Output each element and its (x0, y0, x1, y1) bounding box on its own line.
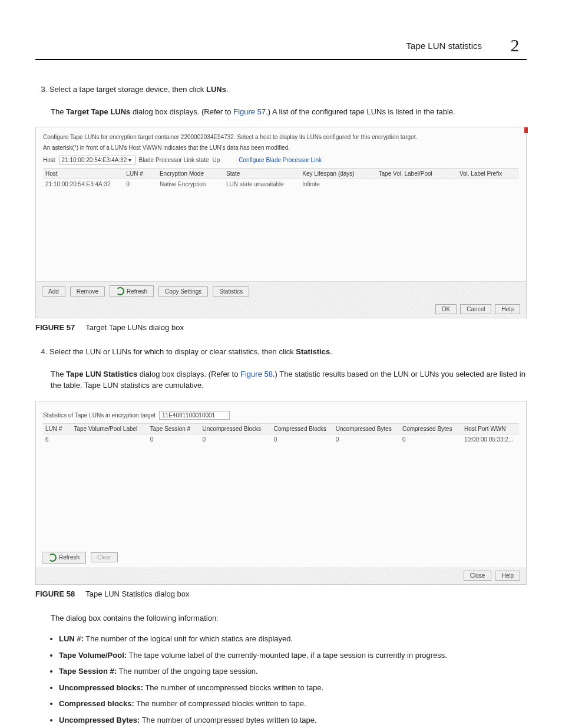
fig57-table: Host LUN # Encryption Mode State Key Lif… (43, 168, 519, 275)
cancel-button[interactable]: Cancel (460, 304, 491, 314)
close-button[interactable]: Close (464, 571, 492, 581)
bp-state-value: Up (213, 157, 220, 163)
col58-cbytes[interactable]: Compressed Bytes (400, 423, 462, 434)
col-encmode[interactable]: Encryption Mode (157, 169, 224, 179)
col-prefix[interactable]: Vol. Label Prefix (457, 169, 519, 179)
header-rule (35, 59, 527, 60)
host-dropdown[interactable]: 21:10:00:20:54:E3:4A:32 ▾ (59, 156, 135, 164)
step3-sub: The Target Tape LUNs dialog box displays… (51, 106, 527, 118)
bp-state-label: Blade Processor Link state (139, 157, 209, 163)
ok-button[interactable]: OK (435, 304, 457, 314)
fig58-table: LUN # Tape Volume/Pool Label Tape Sessio… (43, 423, 519, 542)
col58-ublocks[interactable]: Uncompressed Blocks (200, 423, 272, 434)
add-button[interactable]: Add (42, 286, 65, 297)
refresh-button[interactable]: Refresh (110, 285, 154, 297)
col-lun[interactable]: LUN # (124, 169, 157, 179)
fig58-hint-label: Statistics of Tape LUNs in encryption ta… (43, 412, 156, 419)
bullet-tapevol: Tape Volume/Pool: The tape volume label … (59, 650, 527, 661)
col58-lun[interactable]: LUN # (43, 423, 71, 434)
refresh-icon (116, 287, 124, 295)
bullet-cblocks: Compressed blocks: The number of compres… (59, 698, 527, 710)
step4-sub: The Tape LUN Statistics dialog box displ… (51, 368, 527, 391)
col58-vol[interactable]: Tape Volume/Pool Label (71, 423, 147, 434)
figure-57-screenshot: Configure Tape LUNs for encryption targe… (35, 127, 527, 318)
refresh-icon (48, 554, 57, 562)
copy-settings-button[interactable]: Copy Settings (158, 286, 208, 297)
help-button[interactable]: Help (495, 304, 520, 314)
col-host[interactable]: Host (43, 169, 124, 179)
configure-bp-link[interactable]: Configure Blade Processor Link (239, 157, 322, 163)
figure-58-link[interactable]: Figure 58 (240, 370, 273, 378)
bullet-ublocks: Uncompressed blocks: The number of uncom… (59, 682, 527, 694)
refresh-button[interactable]: Refresh (42, 552, 86, 564)
col58-sess[interactable]: Tape Session # (148, 423, 200, 434)
col58-cblocks[interactable]: Compressed Blocks (272, 423, 333, 434)
col58-wwn[interactable]: Host Port WWN (462, 423, 519, 434)
figure-58-screenshot: Statistics of Tape LUNs in encryption ta… (35, 401, 527, 585)
figure-57-link[interactable]: Figure 57 (233, 107, 266, 116)
col-state[interactable]: State (224, 169, 300, 179)
chapter-number: 2 (503, 35, 527, 55)
figure-57-caption: FIGURE 57Target Tape LUNs dialog box (35, 323, 527, 332)
figure-58-caption: FIGURE 58Tape LUN Statistics dialog box (35, 589, 527, 598)
clear-button[interactable]: Clear (91, 552, 118, 562)
scrollbar-stub (524, 127, 528, 133)
step3-text: Select a tape target storage device, the… (49, 85, 206, 94)
page-header-title: Tape LUN statistics (406, 41, 482, 51)
step-3: Select a tape target storage device, the… (49, 84, 527, 95)
chevron-down-icon: ▾ (128, 157, 131, 163)
desc-intro: The dialog box contains the following in… (51, 612, 527, 624)
col-keylife[interactable]: Key Lifespan (days) (300, 169, 376, 179)
fig57-hint1: Configure Tape LUNs for encryption targe… (43, 133, 519, 141)
step3-bold: LUNs (206, 85, 226, 94)
bullet-ubytes: Uncompressed Bytes: The number of uncomp… (59, 714, 527, 726)
bullet-lun: LUN #: The number of the logical unit fo… (59, 633, 527, 645)
help-button[interactable]: Help (495, 571, 520, 581)
col-tapevol[interactable]: Tape Vol. Label/Pool (376, 169, 457, 179)
host-label: Host (43, 157, 55, 163)
step-4: Select the LUN or LUNs for which to disp… (49, 346, 527, 358)
col58-ubytes[interactable]: Uncompressed Bytes (333, 423, 400, 434)
target-id-field: 11E4081100010001 (159, 411, 230, 420)
remove-button[interactable]: Remove (70, 286, 105, 297)
fig57-hint2: An asterisk(*) in front of a LUN's Host … (43, 144, 519, 152)
bullet-session: Tape Session #: The number of the ongoin… (59, 666, 527, 677)
statistics-button[interactable]: Statistics (213, 286, 249, 297)
table-row[interactable]: 21:10:00:20:54:E3:4A:32 0 Native Encrypt… (43, 179, 519, 190)
table-row[interactable]: 6 0 0 0 0 0 10:00:00:05:33:2... (43, 434, 519, 444)
